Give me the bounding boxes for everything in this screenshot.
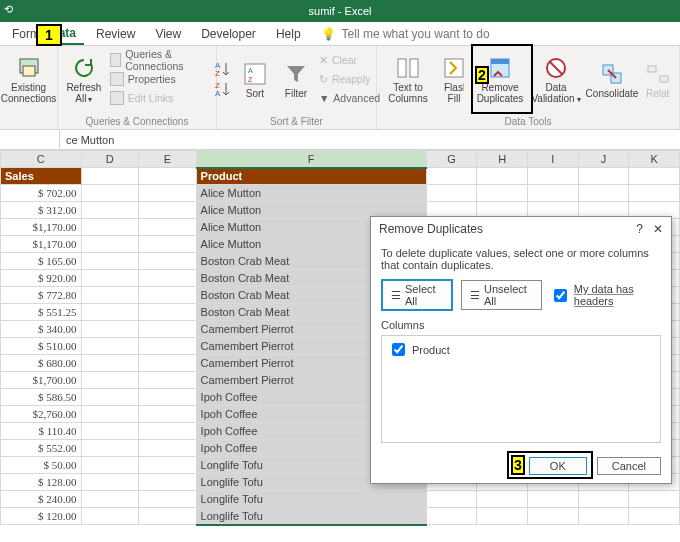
sales-cell[interactable]: $1,170.00 <box>1 219 82 236</box>
cell[interactable] <box>139 253 197 270</box>
col-header-i[interactable]: I <box>528 151 579 168</box>
existing-connections-button[interactable]: Existing Connections <box>4 48 54 110</box>
tab-formulas[interactable]: Formulas <box>4 24 38 44</box>
queries-connections-button[interactable]: Queries & Connections <box>110 51 210 69</box>
sales-cell[interactable]: $ 772.80 <box>1 287 82 304</box>
sales-cell[interactable]: $ 110.40 <box>1 423 82 440</box>
sales-cell[interactable]: $1,700.00 <box>1 372 82 389</box>
cell[interactable] <box>139 304 197 321</box>
refresh-all-button[interactable]: Refresh All <box>64 48 104 110</box>
cell[interactable] <box>139 508 197 525</box>
cell[interactable] <box>81 457 139 474</box>
advanced-filter-button[interactable]: ▼Advanced <box>319 89 380 107</box>
cell[interactable] <box>81 236 139 253</box>
properties-button[interactable]: Properties <box>110 70 210 88</box>
sort-button[interactable]: AZ Sort <box>237 48 273 110</box>
filter-button[interactable]: Filter <box>279 48 313 110</box>
my-data-has-headers-checkbox[interactable]: My data has headers <box>550 283 661 307</box>
cell[interactable] <box>81 491 139 508</box>
col-header-c[interactable]: C <box>1 151 82 168</box>
cell[interactable] <box>81 423 139 440</box>
col-header-d[interactable]: D <box>81 151 139 168</box>
sales-cell[interactable]: $ 50.00 <box>1 457 82 474</box>
cancel-button[interactable]: Cancel <box>597 457 661 475</box>
cell[interactable] <box>139 185 197 202</box>
cell[interactable] <box>139 440 197 457</box>
cell[interactable] <box>81 406 139 423</box>
formula-input[interactable]: ce Mutton <box>60 134 680 146</box>
sales-cell[interactable]: $ 120.00 <box>1 508 82 525</box>
sales-cell[interactable]: $ 680.00 <box>1 355 82 372</box>
cell[interactable] <box>139 202 197 219</box>
col-header-h[interactable]: H <box>477 151 528 168</box>
product-cell[interactable]: Alice Mutton <box>196 185 426 202</box>
text-to-columns-button[interactable]: Text to Columns <box>383 48 433 110</box>
sort-az-icon[interactable]: AZ <box>213 60 231 78</box>
sales-cell[interactable]: $ 920.00 <box>1 270 82 287</box>
cell[interactable] <box>139 287 197 304</box>
tab-view[interactable]: View <box>147 24 189 44</box>
sales-header-cell[interactable]: Sales <box>1 168 82 185</box>
headers-checkbox-input[interactable] <box>554 289 567 302</box>
cell[interactable] <box>139 474 197 491</box>
sort-za-icon[interactable]: ZA <box>213 80 231 98</box>
sales-cell[interactable]: $ 702.00 <box>1 185 82 202</box>
unselect-all-button[interactable]: ☰Unselect All <box>461 280 542 310</box>
col-header-e[interactable]: E <box>139 151 197 168</box>
data-validation-button[interactable]: Data Validation <box>531 48 581 110</box>
tab-help[interactable]: Help <box>268 24 309 44</box>
cell[interactable] <box>81 372 139 389</box>
col-header-f[interactable]: F <box>196 151 426 168</box>
cell[interactable] <box>139 338 197 355</box>
cell[interactable] <box>81 202 139 219</box>
sales-cell[interactable]: $ 165.60 <box>1 253 82 270</box>
cell[interactable] <box>139 406 197 423</box>
sales-cell[interactable]: $ 551.25 <box>1 304 82 321</box>
sales-cell[interactable]: $ 510.00 <box>1 338 82 355</box>
columns-listbox[interactable]: Product <box>381 335 661 443</box>
sales-cell[interactable]: $ 128.00 <box>1 474 82 491</box>
cell[interactable] <box>139 423 197 440</box>
cell[interactable] <box>81 287 139 304</box>
cell[interactable] <box>81 321 139 338</box>
product-cell[interactable]: Longlife Tofu <box>196 508 426 525</box>
tell-me-search[interactable]: 💡 Tell me what you want to do <box>321 27 490 41</box>
cell[interactable] <box>139 355 197 372</box>
relationships-button[interactable]: Relationships <box>643 48 673 110</box>
col-header-j[interactable]: J <box>578 151 629 168</box>
reapply-button[interactable]: ↻Reapply <box>319 70 380 88</box>
col-header-g[interactable]: G <box>426 151 477 168</box>
cell[interactable] <box>81 389 139 406</box>
cell[interactable] <box>81 219 139 236</box>
cell[interactable] <box>139 219 197 236</box>
cell[interactable] <box>81 338 139 355</box>
cell[interactable] <box>81 270 139 287</box>
cell[interactable] <box>81 185 139 202</box>
cell[interactable] <box>139 372 197 389</box>
sales-cell[interactable]: $ 586.50 <box>1 389 82 406</box>
cell[interactable] <box>81 508 139 525</box>
sales-cell[interactable]: $ 240.00 <box>1 491 82 508</box>
select-all-button[interactable]: ☰Select All <box>381 279 453 311</box>
cell[interactable] <box>81 355 139 372</box>
sales-cell[interactable]: $ 552.00 <box>1 440 82 457</box>
close-icon[interactable]: ✕ <box>653 222 663 236</box>
cell[interactable] <box>81 253 139 270</box>
cell[interactable] <box>139 321 197 338</box>
tab-developer[interactable]: Developer <box>193 24 264 44</box>
flash-fill-button[interactable]: Flash Fill <box>439 48 469 110</box>
sales-cell[interactable]: $1,170.00 <box>1 236 82 253</box>
help-icon[interactable]: ? <box>636 222 643 236</box>
cell[interactable] <box>139 491 197 508</box>
sales-cell[interactable]: $ 312.00 <box>1 202 82 219</box>
cell[interactable] <box>139 389 197 406</box>
sales-cell[interactable]: $ 340.00 <box>1 321 82 338</box>
cell[interactable] <box>139 457 197 474</box>
product-cell[interactable]: Longlife Tofu <box>196 491 426 508</box>
cell[interactable] <box>139 236 197 253</box>
col-header-k[interactable]: K <box>629 151 680 168</box>
cell[interactable] <box>81 474 139 491</box>
cell[interactable] <box>81 440 139 457</box>
sales-cell[interactable]: $2,760.00 <box>1 406 82 423</box>
tab-review[interactable]: Review <box>88 24 143 44</box>
